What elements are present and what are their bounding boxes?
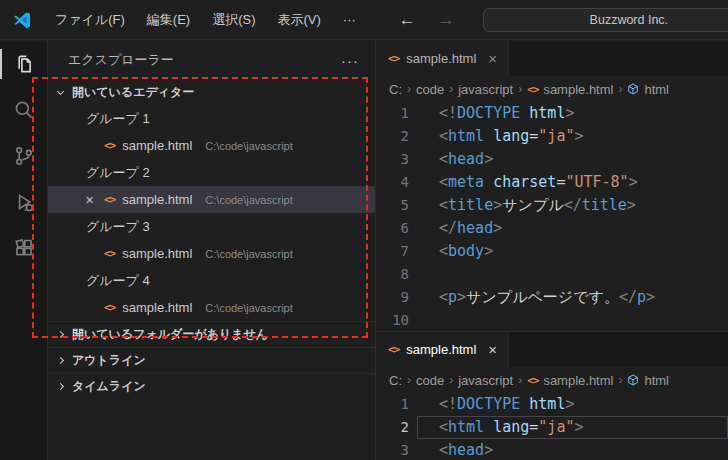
close-icon[interactable]: ×: [488, 50, 497, 67]
chevron-right-icon: ›: [618, 373, 622, 387]
chevron-right-icon: [57, 357, 64, 364]
chevron-right-icon: [57, 383, 64, 390]
line-number[interactable]: 1: [377, 393, 417, 416]
code-text: <body>: [417, 240, 493, 263]
code-line[interactable]: 2<html lang="ja">: [377, 416, 728, 439]
code-line[interactable]: 9<p>サンプルページです。</p>: [377, 286, 728, 309]
activity-search-icon[interactable]: [0, 87, 47, 133]
close-icon[interactable]: ×: [488, 341, 497, 358]
line-number[interactable]: 1: [377, 102, 417, 125]
html-file-icon: <>: [104, 301, 115, 314]
sidebar-title: エクスプローラー: [68, 51, 174, 69]
open-editor-item[interactable]: <> sample.html C:\code\javascript: [48, 132, 375, 159]
chevron-right-icon: ›: [449, 82, 453, 96]
line-number[interactable]: 3: [377, 148, 417, 171]
activity-run-debug-icon[interactable]: [0, 179, 47, 225]
breadcrumb: C: › code › javascript › <> sample.html …: [377, 76, 728, 102]
editor-group-2-label[interactable]: グループ 2: [48, 159, 375, 186]
code-line[interactable]: 1<!DOCTYPE html>: [377, 393, 728, 416]
breadcrumb: C: › code › javascript › <> sample.html …: [377, 367, 728, 393]
line-number[interactable]: 9: [377, 286, 417, 309]
code-line[interactable]: 10: [377, 309, 728, 331]
activity-extensions-icon[interactable]: [0, 225, 47, 271]
line-number[interactable]: 2: [377, 125, 417, 148]
tab-bar: <> sample.html ×: [377, 41, 728, 76]
activity-explorer-icon[interactable]: [0, 41, 47, 87]
html-file-icon: <>: [388, 52, 399, 65]
tab-sample-html[interactable]: <> sample.html ×: [377, 41, 509, 76]
code-text: <meta charset="UTF-8">: [417, 171, 638, 194]
activity-source-control-icon[interactable]: [0, 133, 47, 179]
line-number[interactable]: 4: [377, 171, 417, 194]
editor-group-3-label[interactable]: グループ 3: [48, 213, 375, 240]
section-no-folder[interactable]: 開いているフォルダーがありません: [48, 321, 375, 347]
line-number[interactable]: 7: [377, 240, 417, 263]
code-text: <html lang="ja">: [417, 125, 584, 148]
command-center[interactable]: Buzzword Inc.: [483, 8, 728, 32]
breadcrumb-item[interactable]: javascript: [458, 373, 513, 388]
editor-top-code[interactable]: 1<!DOCTYPE html>2<html lang="ja">3<head>…: [377, 102, 728, 331]
editor-area: <> sample.html × C: › code › javascript …: [377, 41, 728, 460]
code-line[interactable]: 6</head>: [377, 217, 728, 240]
chevron-right-icon: ›: [518, 373, 522, 387]
editor-bottom-code[interactable]: 1<!DOCTYPE html>2<html lang="ja">3<head>: [377, 393, 728, 460]
open-editor-item[interactable]: <> sample.html C:\code\javascript: [48, 294, 375, 321]
open-editor-item[interactable]: <> sample.html C:\code\javascript: [48, 240, 375, 267]
breadcrumb-item[interactable]: html: [644, 82, 669, 97]
breadcrumb-item[interactable]: javascript: [458, 82, 513, 97]
breadcrumb-item[interactable]: code: [416, 82, 444, 97]
tab-bar: <> sample.html ×: [377, 332, 728, 367]
vscode-logo-icon: [12, 10, 32, 30]
tab-sample-html[interactable]: <> sample.html ×: [377, 332, 509, 367]
code-line[interactable]: 7<body>: [377, 240, 728, 263]
html-symbol-icon: [627, 83, 639, 95]
menu-overflow-button[interactable]: ···: [334, 8, 365, 31]
activity-bar: [0, 41, 48, 460]
code-text: <!DOCTYPE html>: [417, 102, 574, 125]
code-line[interactable]: 4<meta charset="UTF-8">: [377, 171, 728, 194]
editor-group-4-label[interactable]: グループ 4: [48, 267, 375, 294]
menu-edit[interactable]: 編集(E): [138, 7, 199, 33]
code-line[interactable]: 3<head>: [377, 439, 728, 460]
close-icon[interactable]: ×: [82, 192, 97, 208]
menu-selection[interactable]: 選択(S): [203, 7, 264, 33]
code-line[interactable]: 1<!DOCTYPE html>: [377, 102, 728, 125]
sidebar-more-actions-button[interactable]: ···: [341, 52, 359, 69]
html-file-icon: <>: [527, 374, 538, 387]
line-number[interactable]: 2: [377, 416, 417, 439]
menu-bar: ファイル(F) 編集(E) 選択(S) 表示(V) ···: [46, 7, 365, 33]
forward-button[interactable]: →: [432, 8, 461, 32]
back-button[interactable]: ←: [393, 8, 422, 32]
code-text: <p>サンプルページです。</p>: [417, 286, 655, 309]
line-number[interactable]: 6: [377, 217, 417, 240]
menu-view[interactable]: 表示(V): [269, 7, 330, 33]
editor-group-1-label[interactable]: グループ 1: [48, 105, 375, 132]
editor-group-bottom: <> sample.html × C: › code › javascript …: [377, 331, 728, 460]
breadcrumb-item[interactable]: C:: [389, 373, 402, 388]
breadcrumb-item[interactable]: sample.html: [543, 82, 613, 97]
code-line[interactable]: 8: [377, 263, 728, 286]
history-nav: ← →: [393, 8, 461, 32]
line-number[interactable]: 10: [377, 309, 417, 331]
section-outline[interactable]: アウトライン: [48, 347, 375, 373]
code-line[interactable]: 5<title>サンプル</title>: [377, 194, 728, 217]
chevron-right-icon: ›: [518, 82, 522, 96]
section-timeline[interactable]: タイムライン: [48, 373, 375, 399]
open-editor-item-selected[interactable]: × <> sample.html C:\code\javascript: [48, 186, 375, 213]
line-number[interactable]: 5: [377, 194, 417, 217]
line-number[interactable]: 8: [377, 263, 417, 286]
chevron-right-icon: ›: [407, 373, 411, 387]
section-label: 開いているエディター: [72, 84, 194, 101]
breadcrumb-item[interactable]: code: [416, 373, 444, 388]
html-file-icon: <>: [388, 343, 399, 356]
breadcrumb-item[interactable]: C:: [389, 82, 402, 97]
section-open-editors[interactable]: 開いているエディター: [48, 79, 375, 105]
code-text: [417, 263, 439, 286]
line-number[interactable]: 3: [377, 439, 417, 460]
code-line[interactable]: 3<head>: [377, 148, 728, 171]
breadcrumb-item[interactable]: html: [644, 373, 669, 388]
code-line[interactable]: 2<html lang="ja">: [377, 125, 728, 148]
menu-file[interactable]: ファイル(F): [46, 7, 134, 33]
breadcrumb-item[interactable]: sample.html: [543, 373, 613, 388]
code-text: <head>: [417, 439, 493, 460]
